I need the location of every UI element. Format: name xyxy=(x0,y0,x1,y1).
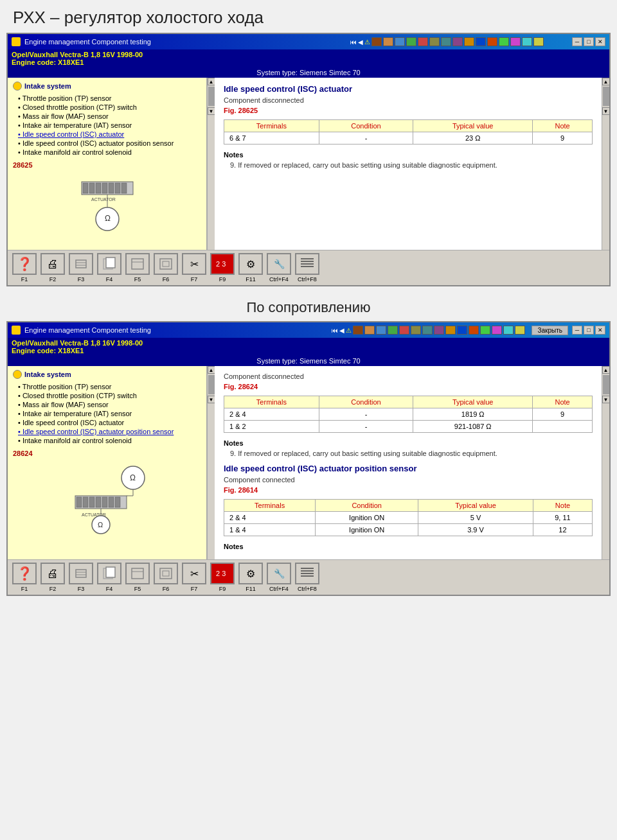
maximize-button-2[interactable]: □ xyxy=(584,326,594,335)
close-button-2[interactable]: ✕ xyxy=(595,326,605,335)
sidebar-item-isc-pos-2[interactable]: Idle speed control (ISC) actuator positi… xyxy=(18,428,201,435)
sidebar-item-tp-2[interactable]: Throttle position (TP) sensor xyxy=(18,383,201,390)
sidebar-item-ctp-1[interactable]: Closed throttle position (CTP) switch xyxy=(18,103,201,111)
f7-btn-1[interactable]: ✂ F7 xyxy=(181,253,207,283)
toolbar2-icon-14[interactable] xyxy=(503,326,514,335)
toolbar2-icon-10[interactable] xyxy=(457,326,467,335)
toolbar-icon-15[interactable] xyxy=(533,37,544,46)
toolbar2-icon-7[interactable] xyxy=(422,326,433,335)
ctrlf8-btn-1[interactable]: Ctrl+F8 xyxy=(294,253,320,283)
maximize-button-1[interactable]: □ xyxy=(584,37,594,46)
f9-btn-2[interactable]: 2 3 F9 xyxy=(210,563,235,592)
toolbar2-icon-4[interactable] xyxy=(388,326,398,335)
f5-label-2: F5 xyxy=(134,586,141,592)
ctrlf4-btn-2[interactable]: 🔧 Ctrl+F4 xyxy=(266,563,292,592)
sidebar-item-iat-1[interactable]: Intake air temperature (IAT) sensor xyxy=(18,121,201,129)
toolbar2-icon-12[interactable] xyxy=(480,326,490,335)
nav-prev-icon-2[interactable]: ◀ xyxy=(339,327,344,334)
nav-prev-icon[interactable]: ◀ xyxy=(358,39,363,46)
toolbar2-icon-5[interactable] xyxy=(399,326,409,335)
toolbar2-icon-13[interactable] xyxy=(492,326,502,335)
toolbar-icon-6[interactable] xyxy=(429,37,440,46)
svg-rect-7 xyxy=(121,183,127,193)
toolbar2-icon-9[interactable] xyxy=(445,326,456,335)
toolbar2-icon-1[interactable] xyxy=(353,326,363,335)
toolbar2-icon-15[interactable] xyxy=(515,326,525,335)
f4-btn-2[interactable]: F4 xyxy=(96,563,122,592)
content-scroll-down-1[interactable]: ▼ xyxy=(602,107,610,115)
toolbar-icon-2[interactable] xyxy=(383,37,393,46)
content-scroll-up-1[interactable]: ▲ xyxy=(602,78,610,85)
content-scroll-up-2[interactable]: ▲ xyxy=(602,366,610,374)
sidebar-item-isc-2[interactable]: Idle speed control (ISC) actuator xyxy=(18,419,201,426)
sidebar-1: Intake system Throttle position (TP) sen… xyxy=(8,78,207,250)
content-scroll-thumb-1[interactable] xyxy=(603,87,609,106)
svg-rect-42 xyxy=(76,570,86,577)
toolbar-icon-9[interactable] xyxy=(464,37,474,46)
f11-btn-1[interactable]: ⚙ F11 xyxy=(238,253,264,283)
f6-btn-2[interactable]: F6 xyxy=(153,563,179,592)
col-terminals-2b: Terminals xyxy=(224,500,316,512)
scroll-down-btn-1[interactable]: ▼ xyxy=(208,107,215,115)
sidebar-item-isc-1[interactable]: Idle speed control (ISC) actuator xyxy=(18,130,201,138)
toolbar2-icon-8[interactable] xyxy=(434,326,444,335)
toolbar-icon-10[interactable] xyxy=(476,37,486,46)
window-title-1: Engine management Component testing xyxy=(24,38,151,46)
scroll-up-btn-2[interactable]: ▲ xyxy=(208,366,215,374)
content-scroll-down-2[interactable]: ▼ xyxy=(602,396,610,403)
toolbar-icon-7[interactable] xyxy=(441,37,451,46)
f1-btn-1[interactable]: ❓ F1 xyxy=(12,253,37,283)
nav-first-icon[interactable]: ⏮ xyxy=(350,39,357,46)
toolbar-icon-1[interactable] xyxy=(371,37,382,46)
f3-btn-1[interactable]: F3 xyxy=(68,253,94,283)
sidebar-item-iat-2[interactable]: Intake air temperature (IAT) sensor xyxy=(18,410,201,417)
sidebar-item-maf-2[interactable]: Mass air flow (MAF) sensor xyxy=(18,401,201,408)
toolbar-icon-5[interactable] xyxy=(418,37,428,46)
toolbar-icon-3[interactable] xyxy=(395,37,405,46)
system-bar-1: System type: Siemens Simtec 70 xyxy=(8,67,609,78)
close-button-1[interactable]: ✕ xyxy=(595,37,605,46)
close-window-btn-2[interactable]: Закрыть xyxy=(532,326,568,335)
toolbar-icon-13[interactable] xyxy=(510,37,521,46)
toolbar2-icon-3[interactable] xyxy=(376,326,386,335)
f4-btn-1[interactable]: F4 xyxy=(96,253,122,283)
ctrlf8-btn-2[interactable]: Ctrl+F8 xyxy=(294,563,320,592)
f11-icon-2: ⚙ xyxy=(238,563,263,584)
scroll-down-btn-2[interactable]: ▼ xyxy=(208,396,215,403)
scroll-up-btn-1[interactable]: ▲ xyxy=(208,78,215,85)
toolbar-icon-11[interactable] xyxy=(487,37,497,46)
sidebar-item-isc-pos-1[interactable]: Idle speed control (ISC) actuator positi… xyxy=(18,139,201,147)
f2-btn-2[interactable]: 🖨 F2 xyxy=(40,563,66,592)
f5-btn-2[interactable]: F5 xyxy=(125,563,150,592)
sidebar-item-ctp-2[interactable]: Closed throttle position (CTP) switch xyxy=(18,392,201,399)
scroll-thumb-2[interactable] xyxy=(208,375,215,394)
f6-btn-1[interactable]: F6 xyxy=(153,253,179,283)
minimize-button-2[interactable]: ─ xyxy=(572,326,582,335)
f11-btn-2[interactable]: ⚙ F11 xyxy=(238,563,264,592)
toolbar2-icon-2[interactable] xyxy=(364,326,375,335)
f7-btn-2[interactable]: ✂ F7 xyxy=(181,563,207,592)
toolbar-icon-14[interactable] xyxy=(522,37,532,46)
sidebar-item-maf-1[interactable]: Mass air flow (MAF) sensor xyxy=(18,112,201,120)
toolbar2-icon-6[interactable] xyxy=(411,326,421,335)
diagram-1: ACTUATOR Ω xyxy=(13,169,201,246)
f2-btn-1[interactable]: 🖨 F2 xyxy=(40,253,66,283)
toolbar-icon-12[interactable] xyxy=(499,37,509,46)
f5-btn-1[interactable]: F5 xyxy=(125,253,150,283)
f9-btn-1[interactable]: 2 3 F9 xyxy=(210,253,235,283)
nav-first-icon-2[interactable]: ⏮ xyxy=(332,327,338,334)
toolbar-icon-8[interactable] xyxy=(452,37,463,46)
sidebar-item-intake-1[interactable]: Intake manifold air control solenoid xyxy=(18,148,201,156)
f1-btn-2[interactable]: ❓ F1 xyxy=(12,563,37,592)
scroll-thumb-1[interactable] xyxy=(208,87,215,106)
minimize-button-1[interactable]: ─ xyxy=(572,37,582,46)
toolbar2-icon-11[interactable] xyxy=(469,326,479,335)
sidebar-item-intake-2[interactable]: Intake manifold air control solenoid xyxy=(18,437,201,444)
content-scroll-thumb-2[interactable] xyxy=(603,375,609,394)
toolbar-icon-4[interactable] xyxy=(406,37,416,46)
f3-btn-2[interactable]: F3 xyxy=(68,563,94,592)
cell-note-1-1: 9 xyxy=(533,132,593,144)
sidebar-item-tp-1[interactable]: Throttle position (TP) sensor xyxy=(18,94,201,102)
f3-label-1: F3 xyxy=(78,276,85,283)
ctrlf4-btn-1[interactable]: 🔧 Ctrl+F4 xyxy=(266,253,292,283)
